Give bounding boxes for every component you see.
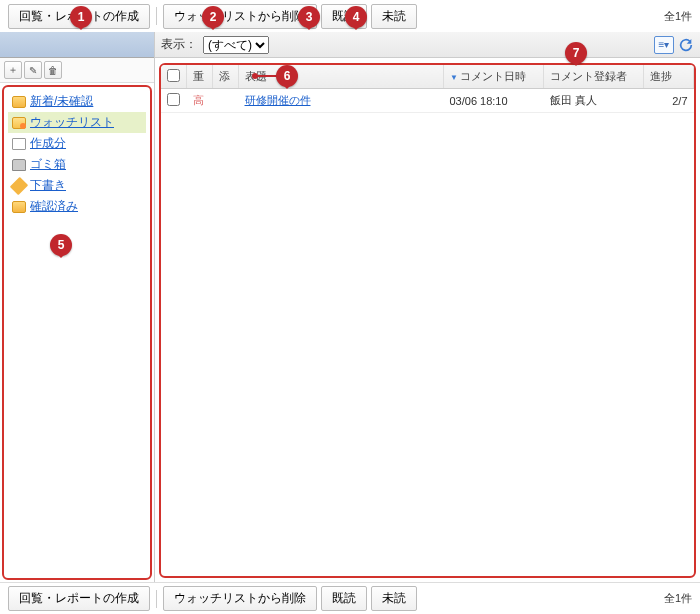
body-area: ＋ ✎ 🗑 新着/未確認ウォッチリスト作成分ゴミ箱下書き確認済み 表示： (すべ…: [0, 32, 700, 582]
report-table: 重 添 表題 ▼コメント日時 コメント登録者 進捗 高研修開催の件03/06 1…: [161, 65, 694, 113]
add-folder-button[interactable]: ＋: [4, 61, 22, 79]
col-comment-date[interactable]: ▼コメント日時: [444, 65, 544, 89]
sidebar-item-label[interactable]: ゴミ箱: [30, 156, 66, 173]
mark-unread-button[interactable]: 未読: [371, 4, 417, 29]
sidebar-item-label[interactable]: 下書き: [30, 177, 66, 194]
remove-from-watchlist-button[interactable]: ウォッチリストから削除: [163, 4, 317, 29]
col-attachment[interactable]: 添: [213, 65, 239, 89]
annotation-badge-1: 1: [70, 6, 92, 28]
sidebar-item-label[interactable]: ウォッチリスト: [30, 114, 114, 131]
filter-show-label: 表示：: [161, 36, 197, 53]
left-pane-header: [0, 32, 154, 58]
bottom-toolbar: 回覧・レポートの作成 ウォッチリストから削除 既読 未読 全1件: [0, 582, 700, 614]
sidebar-item-5[interactable]: 確認済み: [8, 196, 146, 217]
sidebar-item-label[interactable]: 確認済み: [30, 198, 78, 215]
folder-list: 新着/未確認ウォッチリスト作成分ゴミ箱下書き確認済み: [2, 85, 152, 580]
table-area: 重 添 表題 ▼コメント日時 コメント登録者 進捗 高研修開催の件03/06 1…: [159, 63, 696, 578]
subject-link[interactable]: 研修開催の件: [245, 94, 311, 106]
edit-folder-button[interactable]: ✎: [24, 61, 42, 79]
total-count-top: 全1件: [664, 9, 692, 24]
col-checkbox: [161, 65, 187, 89]
sidebar-item-3[interactable]: ゴミ箱: [8, 154, 146, 175]
folder-icon: [10, 176, 28, 194]
left-pane: ＋ ✎ 🗑 新着/未確認ウォッチリスト作成分ゴミ箱下書き確認済み: [0, 32, 155, 582]
sidebar-item-2[interactable]: 作成分: [8, 133, 146, 154]
annotation-connector: [255, 75, 277, 77]
col-comment-user[interactable]: コメント登録者: [544, 65, 644, 89]
left-icon-toolbar: ＋ ✎ 🗑: [0, 58, 154, 83]
annotation-badge-7: 7: [565, 42, 587, 64]
comment-user-cell: 飯田 真人: [544, 89, 644, 113]
total-count-bottom: 全1件: [664, 591, 692, 606]
create-report-button-bottom[interactable]: 回覧・レポートの作成: [8, 586, 150, 611]
annotation-badge-2: 2: [202, 6, 224, 28]
col-priority[interactable]: 重: [187, 65, 213, 89]
mark-unread-button-bottom[interactable]: 未読: [371, 586, 417, 611]
priority-cell: 高: [193, 94, 204, 106]
col-progress[interactable]: 進捗: [644, 65, 694, 89]
folder-icon: [12, 138, 26, 150]
attachment-cell: [213, 89, 239, 113]
table-row[interactable]: 高研修開催の件03/06 18:10飯田 真人2/7: [161, 89, 694, 113]
sidebar-item-4[interactable]: 下書き: [8, 175, 146, 196]
progress-cell: 2/7: [644, 89, 694, 113]
view-menu-button[interactable]: ≡▾: [654, 36, 674, 54]
refresh-icon[interactable]: [678, 37, 694, 53]
annotation-badge-6: 6: [276, 65, 298, 87]
folder-icon: [12, 96, 26, 108]
mark-read-button-bottom[interactable]: 既読: [321, 586, 367, 611]
sidebar-item-1[interactable]: ウォッチリスト: [8, 112, 146, 133]
annotation-badge-5: 5: [50, 234, 72, 256]
right-pane: 表示： (すべて) ≡▾ 重 添 表題: [155, 32, 700, 582]
toolbar-divider: [156, 7, 157, 25]
comment-date-cell: 03/06 18:10: [444, 89, 544, 113]
row-checkbox[interactable]: [167, 93, 180, 106]
delete-folder-button[interactable]: 🗑: [44, 61, 62, 79]
folder-icon: [12, 117, 26, 129]
annotation-badge-3: 3: [298, 6, 320, 28]
remove-from-watchlist-button-bottom[interactable]: ウォッチリストから削除: [163, 586, 317, 611]
folder-icon: [12, 159, 26, 171]
annotation-badge-4: 4: [345, 6, 367, 28]
select-all-checkbox[interactable]: [167, 69, 180, 82]
sidebar-item-0[interactable]: 新着/未確認: [8, 91, 146, 112]
sidebar-item-label[interactable]: 新着/未確認: [30, 93, 93, 110]
filter-bar: 表示： (すべて) ≡▾: [155, 32, 700, 58]
toolbar-divider: [156, 590, 157, 608]
folder-icon: [12, 201, 26, 213]
filter-select[interactable]: (すべて): [203, 36, 269, 54]
sidebar-item-label[interactable]: 作成分: [30, 135, 66, 152]
